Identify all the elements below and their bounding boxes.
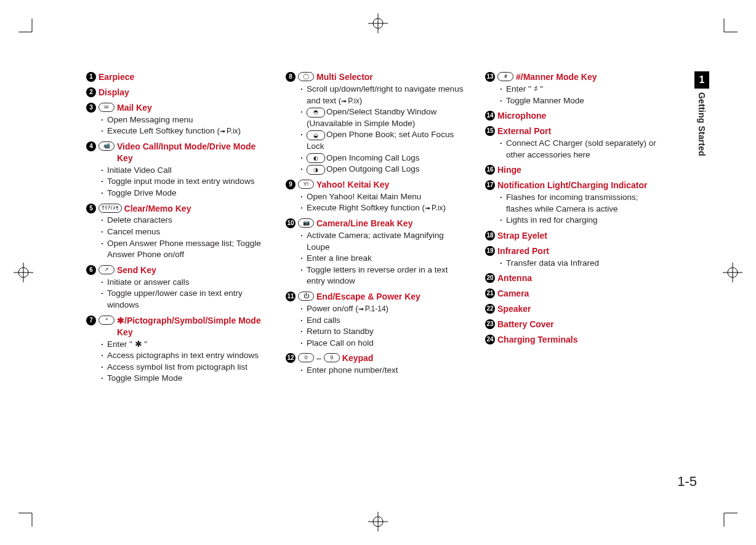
- key-icon: ◒: [307, 130, 325, 140]
- key-icon: ＊: [99, 316, 115, 325]
- entry-title: Infrared Port: [497, 245, 549, 257]
- entry-title: Notification Light/Charging Indicator: [497, 180, 647, 191]
- cropmark-bottom-right: [718, 507, 738, 527]
- entry-title: Display: [99, 87, 129, 98]
- entry-subitem: ◑Open Outgoing Call Logs: [299, 164, 465, 175]
- entry-17: 17Notification Light/Charging IndicatorF…: [485, 180, 665, 226]
- entry-sublist: Enter " ✱ "Access pictographs in text en…: [100, 339, 266, 385]
- page-reference-icon: P.ix: [220, 126, 238, 137]
- entry-6: 6↗Send KeyInitiate or answer callsToggle…: [86, 265, 266, 311]
- entry-number-icon: 17: [485, 180, 495, 190]
- entry-subitem: Power on/off (P.1-14): [299, 303, 465, 315]
- entry-7: 7＊✱/Pictograph/Symbol/Simple Mode KeyEnt…: [86, 315, 266, 384]
- entry-number-icon: 3: [86, 103, 96, 113]
- entry-subitem: Enter phone number/text: [299, 365, 465, 376]
- entry-subitem: Scroll up/down/left/right to navigate me…: [299, 84, 465, 106]
- page-reference-icon: P.1-14: [358, 304, 386, 314]
- entry-subitem: Toggle upper/lower case in text entry wi…: [100, 288, 266, 311]
- registration-mark-left: [11, 260, 36, 285]
- entry-subitem: Toggle letters in reverse order in a tex…: [299, 265, 465, 287]
- entry-sublist: Scroll up/down/left/right to navigate me…: [299, 84, 465, 175]
- entry-title: Antenna: [497, 272, 532, 284]
- entry-title: Keypad: [342, 352, 374, 364]
- entry-subitem: ◒Open Phone Book; set Auto Focus Lock: [299, 129, 465, 152]
- key-icon: Y!: [298, 180, 314, 189]
- entry-number-icon: 2: [86, 87, 96, 97]
- key-icon: ◑: [307, 165, 325, 175]
- entry-number-icon: 7: [86, 316, 96, 325]
- entry-sublist: Initiate Video CallToggle input mode in …: [100, 165, 266, 199]
- entry-8: 8◯Multi SelectorScroll up/down/left/righ…: [286, 71, 465, 175]
- entry-title: Video Call/Input Mode/Drive Mode Key: [117, 141, 266, 164]
- entry-number-icon: 11: [286, 292, 296, 301]
- entry-9: 9Y!Yahoo! Keitai KeyOpen Yahoo! Keitai M…: [286, 179, 465, 214]
- content-columns: 1Earpiece2Display3✉Mail KeyOpen Messagin…: [86, 71, 665, 388]
- page-reference-icon: P.ix: [425, 203, 443, 213]
- entry-subitem: Lights in red for charging: [499, 215, 665, 226]
- entry-4: 4📹 Video Call/Input Mode/Drive Mode KeyI…: [86, 141, 266, 199]
- entry-sublist: Power on/off (P.1-14)End callsReturn to …: [299, 303, 465, 349]
- entry-title: Camera: [497, 288, 529, 300]
- entry-number-icon: 10: [286, 218, 296, 228]
- chapter-tab: 1 Getting Started: [694, 71, 709, 156]
- entry-subitem: Execute Left Softkey function (P.ix): [100, 125, 266, 137]
- key-icon: 0: [298, 353, 314, 362]
- column-1: 1Earpiece2Display3✉Mail KeyOpen Messagin…: [86, 71, 266, 388]
- entry-subitem: Enter " ✱ ": [100, 339, 266, 351]
- entry-sublist: Activate Camera; activate Magnifying Lou…: [299, 230, 465, 287]
- entry-subitem: Enter " ♯ ": [499, 84, 665, 95]
- entry-subitem: Return to Standby: [299, 326, 465, 338]
- entry-title: External Port: [497, 125, 551, 137]
- entry-title: Earpiece: [99, 71, 134, 83]
- key-icon: 📷: [298, 218, 314, 228]
- entry-number-icon: 5: [86, 204, 96, 213]
- svg-point-2: [18, 268, 28, 277]
- entry-title: Charging Terminals: [497, 334, 577, 346]
- entry-sublist: Initiate or answer callsToggle upper/low…: [100, 277, 266, 311]
- entry-24: 24Charging Terminals: [485, 334, 665, 346]
- entry-12: 120 – 9KeypadEnter phone number/text: [286, 352, 465, 376]
- cropmark-bottom-left: [18, 507, 38, 527]
- entry-number-icon: 24: [485, 335, 495, 344]
- entry-sublist: Open Messaging menuExecute Left Softkey …: [100, 114, 266, 137]
- cropmark-top-left: [18, 18, 38, 38]
- entry-number-icon: 22: [485, 304, 495, 314]
- entry-number-icon: 18: [485, 231, 495, 241]
- entry-subitem: Execute Right Softkey function (P.ix): [299, 202, 465, 214]
- column-2: 8◯Multi SelectorScroll up/down/left/righ…: [286, 71, 465, 388]
- page-number: 1-5: [677, 474, 697, 490]
- entry-18: 18Strap Eyelet: [485, 230, 665, 242]
- entry-11: 11⏻End/Escape & Power KeyPower on/off (P…: [286, 291, 465, 349]
- entry-number-icon: 23: [485, 319, 495, 329]
- entry-number-icon: 19: [485, 246, 495, 256]
- entry-subitem: Initiate Video Call: [100, 165, 266, 177]
- entry-number-icon: 1: [86, 72, 96, 82]
- entry-sublist: Open Yahoo! Keitai Main MenuExecute Righ…: [299, 191, 465, 214]
- key-icon: ↗: [99, 265, 115, 274]
- entry-number-icon: 20: [485, 273, 495, 283]
- svg-point-3: [728, 268, 738, 277]
- entry-3: 3✉Mail KeyOpen Messaging menuExecute Lef…: [86, 102, 266, 137]
- registration-mark-right: [720, 260, 745, 285]
- entry-subitem: Transfer data via Infrared: [499, 258, 665, 269]
- entry-number-icon: 21: [485, 288, 495, 298]
- entry-number-icon: 4: [86, 141, 96, 151]
- entry-20: 20Antenna: [485, 272, 665, 284]
- entry-subitem: Open Messaging menu: [100, 114, 266, 126]
- registration-mark-top: [366, 11, 390, 36]
- entry-subitem: Initiate or answer calls: [100, 277, 266, 288]
- entry-sublist: Enter phone number/text: [299, 365, 465, 376]
- entry-subitem: Toggle input mode in text entry windows: [100, 176, 266, 188]
- column-3: 13＃#/Manner Mode KeyEnter " ♯ "Toggle Ma…: [485, 71, 665, 388]
- key-icon: ｸﾘｱ/ﾒﾓ: [99, 204, 122, 213]
- key-icon: ◓: [307, 108, 325, 117]
- entry-title: Send Key: [117, 265, 156, 276]
- entry-subitem: Toggle Simple Mode: [100, 373, 266, 384]
- entry-title: ✱/Pictograph/Symbol/Simple Mode Key: [117, 315, 266, 338]
- entry-2: 2Display: [86, 87, 266, 98]
- entry-subitem: Open Answer Phone message list; Toggle A…: [100, 238, 266, 261]
- key-icon: ◯: [298, 72, 314, 81]
- entry-title: #/Manner Mode Key: [516, 71, 597, 83]
- entry-sublist: Flashes for incoming transmissions; flas…: [499, 192, 665, 226]
- entry-sublist: Transfer data via Infrared: [499, 258, 665, 269]
